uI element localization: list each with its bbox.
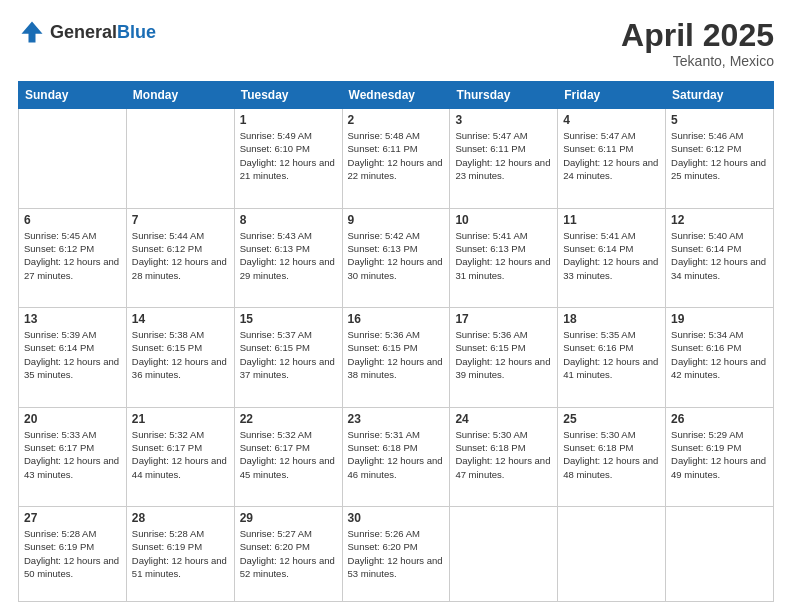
col-saturday: Saturday (666, 82, 774, 109)
calendar-cell: 7Sunrise: 5:44 AMSunset: 6:12 PMDaylight… (126, 208, 234, 307)
day-number: 13 (24, 312, 121, 326)
day-number: 23 (348, 412, 445, 426)
day-number: 18 (563, 312, 660, 326)
calendar-cell (19, 109, 127, 208)
calendar-cell: 8Sunrise: 5:43 AMSunset: 6:13 PMDaylight… (234, 208, 342, 307)
day-info: Sunrise: 5:38 AMSunset: 6:15 PMDaylight:… (132, 328, 229, 381)
calendar-cell: 3Sunrise: 5:47 AMSunset: 6:11 PMDaylight… (450, 109, 558, 208)
calendar-cell: 18Sunrise: 5:35 AMSunset: 6:16 PMDayligh… (558, 308, 666, 407)
calendar-week-4: 20Sunrise: 5:33 AMSunset: 6:17 PMDayligh… (19, 407, 774, 506)
day-number: 12 (671, 213, 768, 227)
day-info: Sunrise: 5:41 AMSunset: 6:14 PMDaylight:… (563, 229, 660, 282)
logo: GeneralBlue (18, 18, 156, 46)
day-info: Sunrise: 5:28 AMSunset: 6:19 PMDaylight:… (24, 527, 121, 580)
day-info: Sunrise: 5:39 AMSunset: 6:14 PMDaylight:… (24, 328, 121, 381)
calendar-cell: 10Sunrise: 5:41 AMSunset: 6:13 PMDayligh… (450, 208, 558, 307)
day-info: Sunrise: 5:42 AMSunset: 6:13 PMDaylight:… (348, 229, 445, 282)
day-number: 29 (240, 511, 337, 525)
page: GeneralBlue April 2025 Tekanto, Mexico S… (0, 0, 792, 612)
day-number: 22 (240, 412, 337, 426)
calendar-cell: 9Sunrise: 5:42 AMSunset: 6:13 PMDaylight… (342, 208, 450, 307)
day-info: Sunrise: 5:40 AMSunset: 6:14 PMDaylight:… (671, 229, 768, 282)
header-row: Sunday Monday Tuesday Wednesday Thursday… (19, 82, 774, 109)
calendar-cell: 26Sunrise: 5:29 AMSunset: 6:19 PMDayligh… (666, 407, 774, 506)
day-number: 5 (671, 113, 768, 127)
calendar-cell: 11Sunrise: 5:41 AMSunset: 6:14 PMDayligh… (558, 208, 666, 307)
calendar-table: Sunday Monday Tuesday Wednesday Thursday… (18, 81, 774, 602)
day-info: Sunrise: 5:48 AMSunset: 6:11 PMDaylight:… (348, 129, 445, 182)
day-number: 6 (24, 213, 121, 227)
day-number: 1 (240, 113, 337, 127)
calendar-cell: 2Sunrise: 5:48 AMSunset: 6:11 PMDaylight… (342, 109, 450, 208)
day-number: 3 (455, 113, 552, 127)
day-number: 24 (455, 412, 552, 426)
calendar-cell (450, 507, 558, 602)
day-info: Sunrise: 5:37 AMSunset: 6:15 PMDaylight:… (240, 328, 337, 381)
calendar-cell: 4Sunrise: 5:47 AMSunset: 6:11 PMDaylight… (558, 109, 666, 208)
day-number: 20 (24, 412, 121, 426)
day-info: Sunrise: 5:35 AMSunset: 6:16 PMDaylight:… (563, 328, 660, 381)
calendar-cell: 30Sunrise: 5:26 AMSunset: 6:20 PMDayligh… (342, 507, 450, 602)
col-monday: Monday (126, 82, 234, 109)
day-info: Sunrise: 5:49 AMSunset: 6:10 PMDaylight:… (240, 129, 337, 182)
day-info: Sunrise: 5:26 AMSunset: 6:20 PMDaylight:… (348, 527, 445, 580)
day-info: Sunrise: 5:30 AMSunset: 6:18 PMDaylight:… (563, 428, 660, 481)
calendar-week-5: 27Sunrise: 5:28 AMSunset: 6:19 PMDayligh… (19, 507, 774, 602)
day-info: Sunrise: 5:28 AMSunset: 6:19 PMDaylight:… (132, 527, 229, 580)
day-info: Sunrise: 5:32 AMSunset: 6:17 PMDaylight:… (132, 428, 229, 481)
calendar-title: April 2025 (621, 18, 774, 53)
day-info: Sunrise: 5:47 AMSunset: 6:11 PMDaylight:… (455, 129, 552, 182)
calendar-cell (126, 109, 234, 208)
day-number: 10 (455, 213, 552, 227)
day-number: 16 (348, 312, 445, 326)
logo-icon (18, 18, 46, 46)
calendar-cell: 1Sunrise: 5:49 AMSunset: 6:10 PMDaylight… (234, 109, 342, 208)
day-number: 27 (24, 511, 121, 525)
day-number: 7 (132, 213, 229, 227)
col-tuesday: Tuesday (234, 82, 342, 109)
day-number: 26 (671, 412, 768, 426)
calendar-cell: 25Sunrise: 5:30 AMSunset: 6:18 PMDayligh… (558, 407, 666, 506)
calendar-cell: 19Sunrise: 5:34 AMSunset: 6:16 PMDayligh… (666, 308, 774, 407)
col-thursday: Thursday (450, 82, 558, 109)
day-info: Sunrise: 5:30 AMSunset: 6:18 PMDaylight:… (455, 428, 552, 481)
calendar-cell: 27Sunrise: 5:28 AMSunset: 6:19 PMDayligh… (19, 507, 127, 602)
day-number: 11 (563, 213, 660, 227)
day-info: Sunrise: 5:34 AMSunset: 6:16 PMDaylight:… (671, 328, 768, 381)
day-number: 4 (563, 113, 660, 127)
day-number: 28 (132, 511, 229, 525)
col-wednesday: Wednesday (342, 82, 450, 109)
calendar-cell: 15Sunrise: 5:37 AMSunset: 6:15 PMDayligh… (234, 308, 342, 407)
header: GeneralBlue April 2025 Tekanto, Mexico (18, 18, 774, 69)
day-info: Sunrise: 5:46 AMSunset: 6:12 PMDaylight:… (671, 129, 768, 182)
calendar-cell: 24Sunrise: 5:30 AMSunset: 6:18 PMDayligh… (450, 407, 558, 506)
calendar-cell: 6Sunrise: 5:45 AMSunset: 6:12 PMDaylight… (19, 208, 127, 307)
day-info: Sunrise: 5:27 AMSunset: 6:20 PMDaylight:… (240, 527, 337, 580)
day-info: Sunrise: 5:47 AMSunset: 6:11 PMDaylight:… (563, 129, 660, 182)
calendar-week-3: 13Sunrise: 5:39 AMSunset: 6:14 PMDayligh… (19, 308, 774, 407)
day-info: Sunrise: 5:45 AMSunset: 6:12 PMDaylight:… (24, 229, 121, 282)
day-number: 9 (348, 213, 445, 227)
calendar-cell: 16Sunrise: 5:36 AMSunset: 6:15 PMDayligh… (342, 308, 450, 407)
day-number: 15 (240, 312, 337, 326)
calendar-cell: 20Sunrise: 5:33 AMSunset: 6:17 PMDayligh… (19, 407, 127, 506)
day-info: Sunrise: 5:44 AMSunset: 6:12 PMDaylight:… (132, 229, 229, 282)
calendar-cell: 22Sunrise: 5:32 AMSunset: 6:17 PMDayligh… (234, 407, 342, 506)
day-info: Sunrise: 5:43 AMSunset: 6:13 PMDaylight:… (240, 229, 337, 282)
svg-marker-0 (22, 22, 43, 43)
col-sunday: Sunday (19, 82, 127, 109)
logo-text: GeneralBlue (50, 23, 156, 41)
day-info: Sunrise: 5:31 AMSunset: 6:18 PMDaylight:… (348, 428, 445, 481)
day-number: 8 (240, 213, 337, 227)
calendar-location: Tekanto, Mexico (621, 53, 774, 69)
title-block: April 2025 Tekanto, Mexico (621, 18, 774, 69)
day-number: 14 (132, 312, 229, 326)
calendar-week-2: 6Sunrise: 5:45 AMSunset: 6:12 PMDaylight… (19, 208, 774, 307)
day-info: Sunrise: 5:32 AMSunset: 6:17 PMDaylight:… (240, 428, 337, 481)
calendar-cell: 14Sunrise: 5:38 AMSunset: 6:15 PMDayligh… (126, 308, 234, 407)
day-number: 30 (348, 511, 445, 525)
calendar-cell: 5Sunrise: 5:46 AMSunset: 6:12 PMDaylight… (666, 109, 774, 208)
day-number: 25 (563, 412, 660, 426)
calendar-cell: 17Sunrise: 5:36 AMSunset: 6:15 PMDayligh… (450, 308, 558, 407)
day-number: 2 (348, 113, 445, 127)
